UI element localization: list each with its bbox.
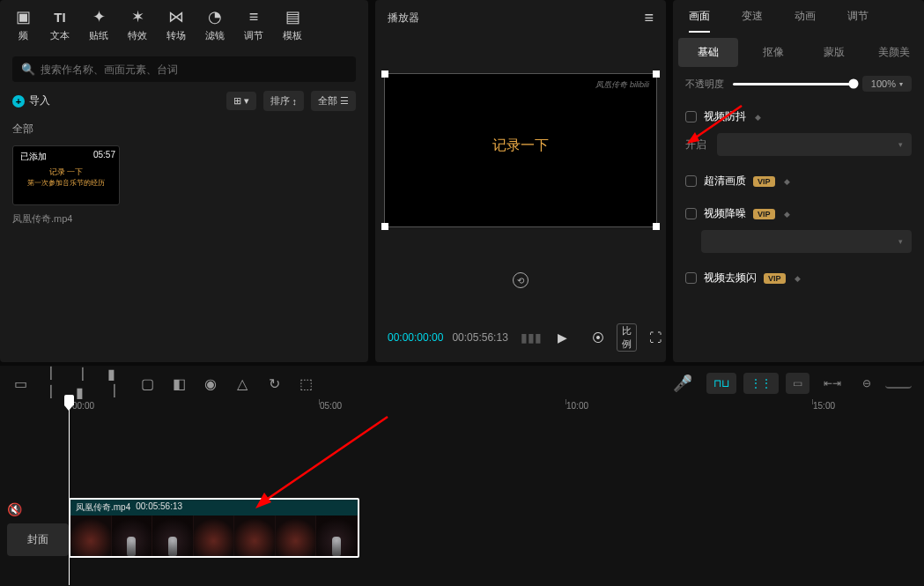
deflicker-checkbox[interactable] (685, 272, 697, 284)
video-icon: ▣ (16, 7, 31, 26)
tab-picture[interactable]: 画面 (673, 0, 726, 33)
preview-icon[interactable]: ▭ (786, 373, 809, 394)
template-icon: ▤ (285, 7, 300, 26)
ratio-button[interactable]: 比例 (617, 323, 637, 352)
category-all-label: 全部 (0, 118, 368, 145)
player-menu-icon[interactable]: ≡ (644, 9, 654, 27)
resize-handle-tr[interactable] (653, 70, 660, 78)
zoom-slider[interactable] (885, 378, 912, 389)
zoom-out-icon[interactable]: ⊖ (855, 373, 878, 394)
slider-knob[interactable] (848, 79, 858, 89)
playhead[interactable] (69, 400, 70, 585)
media-item[interactable]: 已添加 05:57 记录 一下 第一次参加音乐节的经历 凤凰传奇.mp4 (12, 145, 120, 226)
mirror-icon[interactable]: △ (234, 375, 250, 391)
split-right-icon[interactable]: ▮〡 (107, 375, 123, 391)
plus-icon: + (12, 95, 25, 108)
columns-icon[interactable]: ▮▮▮ (517, 329, 545, 346)
rotate-icon[interactable]: ↻ (266, 375, 282, 391)
track-controls: 🔇 封面 (0, 498, 69, 560)
subtab-basic[interactable]: 基础 (678, 38, 738, 67)
tab-speed[interactable]: 变速 (726, 0, 779, 33)
opacity-label: 不透明度 (685, 78, 724, 91)
clip-thumb (112, 516, 153, 558)
denoise-mode-select[interactable]: ▾ (701, 230, 912, 253)
player-title: 播放器 (388, 11, 419, 26)
canvas-caption: 记录一下 (492, 137, 549, 155)
player-canvas[interactable]: 凤凰传奇 bilibili 记录一下 (384, 73, 657, 227)
tab-sticker[interactable]: ✦贴纸 (80, 4, 117, 46)
play-button[interactable]: ▶ (554, 329, 571, 346)
diamond-icon: ◆ (755, 113, 761, 122)
tab-template[interactable]: ▤模板 (274, 4, 311, 46)
clip-thumb (70, 516, 112, 558)
split-left-icon[interactable]: 〡▮ (76, 375, 92, 391)
properties-panel: 画面 变速 动画 调节 基础 抠像 蒙版 美颜美 不透明度 100%▾ (673, 0, 924, 362)
effect-icon: ✶ (131, 7, 144, 26)
deflicker-section: 视频去频闪 VIP ◆ (685, 271, 912, 286)
denoise-label: 视频降噪 (704, 206, 746, 221)
hq-section: 超清画质 VIP ◆ (685, 174, 912, 189)
resize-handle-br[interactable] (653, 223, 660, 230)
sticker-icon: ✦ (92, 7, 106, 26)
annotation-arrow-2 (247, 410, 396, 516)
denoise-section: 视频降噪 VIP ◆ x ▾ (685, 206, 912, 253)
filter-all-button[interactable]: 全部 ☰ (311, 91, 356, 111)
delete-icon[interactable]: ▢ (139, 375, 155, 391)
svg-line-2 (262, 417, 388, 502)
reverse-icon[interactable]: ◉ (203, 375, 218, 391)
opacity-slider[interactable] (733, 83, 854, 85)
search-icon: 🔍 (21, 63, 35, 76)
track-expand-icon[interactable]: ⇤⇥ (817, 373, 848, 394)
media-panel: ▣频 TI文本 ✦贴纸 ✶特效 ⋈转场 ◔滤镜 ≡调节 ▤模板 🔍 + 导入 (0, 0, 368, 362)
resize-handle-tl[interactable] (381, 70, 388, 78)
tab-adjust[interactable]: ≡调节 (235, 4, 272, 46)
magnet-icon[interactable]: ⊓⊔ (706, 373, 736, 394)
tab-filter[interactable]: ◔滤镜 (196, 4, 233, 46)
tab-transition[interactable]: ⋈转场 (158, 4, 195, 46)
subtab-beauty[interactable]: 美颜美 (864, 38, 924, 67)
import-button[interactable]: + 导入 (12, 93, 50, 108)
media-thumbnail[interactable]: 已添加 05:57 记录 一下 第一次参加音乐节的经历 (12, 145, 120, 205)
diamond-icon: ◆ (784, 177, 790, 186)
vip-badge: VIP (764, 273, 786, 284)
crop-icon[interactable]: ⬚ (298, 375, 314, 391)
mute-icon[interactable]: 🔇 (7, 502, 69, 516)
freeze-icon[interactable]: ◧ (171, 375, 187, 391)
diamond-icon: ◆ (795, 274, 801, 283)
hq-label: 超清画质 (704, 174, 746, 189)
tab-video[interactable]: ▣频 (7, 4, 40, 46)
subtab-mask[interactable]: 蒙版 (804, 38, 864, 67)
sync-icon[interactable]: ⟲ (513, 272, 529, 288)
cover-button[interactable]: 封面 (7, 523, 69, 556)
vip-badge: VIP (753, 209, 775, 219)
target-icon[interactable]: ⦿ (588, 329, 608, 346)
search-input[interactable] (41, 63, 347, 76)
tab-color[interactable]: 调节 (832, 0, 884, 33)
added-badge: 已添加 (17, 150, 50, 164)
opacity-control: 不透明度 100%▾ (685, 76, 912, 92)
video-track[interactable]: 凤凰传奇.mp4 00:05:56:13 (69, 498, 924, 560)
tab-effect[interactable]: ✶特效 (119, 4, 156, 46)
thumb-caption-2: 第一次参加音乐节的经历 (27, 178, 105, 188)
player-controls: 00:00:00:00 00:05:56:13 ▮▮▮ ▶ ⦿ 比例 ⛶ (375, 313, 666, 362)
select-tool-icon[interactable]: ▭ (12, 375, 28, 391)
props-sub-tabs: 基础 抠像 蒙版 美颜美 (673, 38, 924, 67)
linkage-icon[interactable]: ⋮⋮ (743, 373, 779, 394)
text-icon: TI (54, 7, 65, 26)
tab-text[interactable]: TI文本 (41, 4, 78, 46)
subtab-cutout[interactable]: 抠像 (743, 38, 803, 67)
mic-icon[interactable]: 🎤 (675, 375, 691, 391)
denoise-checkbox[interactable] (685, 208, 697, 219)
resize-handle-bl[interactable] (381, 223, 388, 230)
split-tool-icon[interactable]: 〡〡 (44, 375, 60, 391)
view-mode-button[interactable]: ⊞ ▾ (226, 92, 256, 110)
search-bar[interactable]: 🔍 (12, 56, 356, 82)
sort-button[interactable]: 排序 ↕ (263, 91, 305, 111)
timeline-ruler[interactable]: 00:00 05:00 10:00 15:00 (69, 401, 924, 419)
hq-checkbox[interactable] (685, 175, 697, 187)
fullscreen-icon[interactable]: ⛶ (646, 329, 665, 346)
clip-thumb (276, 516, 317, 558)
time-current: 00:00:00:00 (388, 331, 443, 344)
opacity-value[interactable]: 100%▾ (862, 76, 912, 92)
tab-animation[interactable]: 动画 (779, 0, 832, 33)
